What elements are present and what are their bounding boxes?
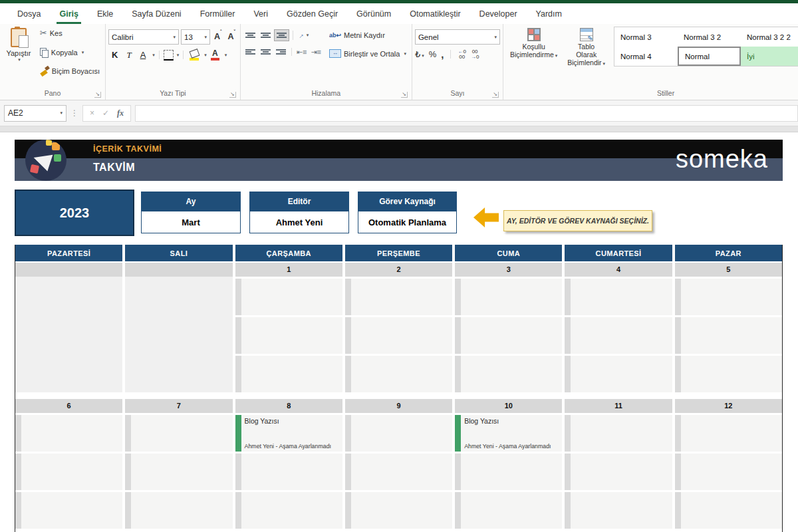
day-cell-10[interactable]: 10 Blog Yazısı Ahmet Yeni - Aşama Ayarla… [455,399,562,529]
day-cell-2[interactable]: 2 [345,263,452,392]
increase-indent-icon[interactable]: ⇥≡ [309,48,323,57]
task-slot[interactable] [235,492,342,529]
editor-value[interactable]: Ahmet Yeni [250,211,348,233]
task-item[interactable]: Blog Yazısı Ahmet Yeni - Aşama Ayarlanma… [235,415,342,452]
copy-button[interactable]: Kopyala ▾ [37,47,102,59]
task-slot[interactable] [455,492,562,529]
percent-format-button[interactable]: % [429,49,437,59]
year-box[interactable]: 2023 [15,190,134,236]
month-value[interactable]: Mart [142,211,240,233]
align-middle-icon[interactable] [259,30,273,41]
task-slot[interactable] [345,356,452,392]
align-right-icon[interactable] [274,47,288,57]
task-source-value[interactable]: Otomatik Planlama [358,211,456,233]
task-slot[interactable] [455,279,562,315]
task-slot[interactable] [235,317,342,354]
task-slot[interactable] [565,454,672,490]
comma-format-button[interactable]: , [441,49,444,60]
task-slot[interactable] [675,492,782,529]
tab-giris[interactable]: Giriş [50,5,88,24]
task-slot[interactable] [125,492,232,529]
task-slot[interactable] [675,317,782,354]
number-format-select[interactable]: Genel▾ [415,29,500,45]
task-item[interactable]: Blog Yazısı Ahmet Yeni - Aşama Ayarlanma… [455,415,562,452]
task-slot[interactable] [125,415,232,452]
fill-color-button[interactable] [188,49,201,61]
tab-gozden-gecir[interactable]: Gözden Geçir [277,5,347,24]
task-slot[interactable] [565,356,672,392]
task-slot[interactable] [125,454,232,490]
task-slot[interactable] [455,317,562,354]
day-cell-7[interactable]: 7 [125,399,232,529]
decrease-font-icon[interactable]: Aˇ [225,32,237,41]
dialog-launcher-icon[interactable]: ↘ [94,92,101,98]
borders-icon[interactable] [164,50,174,61]
task-slot[interactable] [455,454,562,490]
day-cell-12[interactable]: 12 [675,399,782,529]
style-normal[interactable]: Normal [678,47,741,66]
cancel-formula-icon[interactable]: × [90,108,94,118]
task-slot[interactable] [675,356,782,392]
conditional-formatting-button[interactable]: Koşullu Biçimlendirme▾ [506,27,561,61]
underline-button[interactable]: A [137,50,150,60]
tab-ekle[interactable]: Ekle [88,5,122,24]
day-cell-out[interactable] [15,263,122,392]
task-slot[interactable] [345,492,452,529]
task-slot[interactable] [345,317,452,354]
align-left-icon[interactable] [243,47,257,57]
bold-button[interactable]: K [108,50,121,60]
task-slot[interactable] [15,454,122,490]
task-slot[interactable] [565,279,672,315]
formula-input[interactable] [135,105,798,122]
task-slot[interactable] [15,415,122,452]
day-cell-5[interactable]: 5 [675,263,782,392]
day-cell-1[interactable]: 1 [235,263,342,392]
dialog-launcher-icon[interactable]: ↘ [492,92,499,98]
task-slot[interactable] [455,356,562,392]
orientation-icon[interactable]: → [295,30,305,41]
day-cell-3[interactable]: 3 [455,263,562,392]
tab-formuller[interactable]: Formüller [191,5,245,24]
day-cell-8[interactable]: 8 Blog Yazısı Ahmet Yeni - Aşama Ayarlan… [235,399,342,529]
style-normal-3-2-2[interactable]: Normal 3 2 2 [741,27,798,47]
task-slot[interactable] [345,454,452,490]
style-normal-3[interactable]: Normal 3 [614,27,678,47]
tab-gorunum[interactable]: Görünüm [347,5,400,24]
day-cell-9[interactable]: 9 [345,399,452,529]
font-color-button[interactable]: A [209,50,221,61]
task-slot[interactable] [565,317,672,354]
task-slot[interactable] [235,454,342,490]
font-size-select[interactable]: 13▾ [181,29,210,45]
font-name-select[interactable]: Calibri▾ [108,29,179,45]
day-cell-out[interactable] [125,263,232,392]
task-slot[interactable] [675,454,782,490]
tab-dosya[interactable]: Dosya [8,5,50,24]
style-iyi[interactable]: İyi [741,47,798,66]
spreadsheet-area[interactable]: İÇERİK TAKVİMİ TAKVİM someka 2023 Ay Mar… [0,133,798,532]
task-slot[interactable] [675,415,782,452]
task-slot[interactable] [565,415,672,452]
increase-font-icon[interactable]: Aˆ [212,32,223,41]
tab-sayfa-duzeni[interactable]: Sayfa Düzeni [122,5,190,24]
insert-function-icon[interactable]: fx [117,108,124,118]
wrap-text-button[interactable]: ab↩ Metni Kaydır [327,29,409,41]
dialog-launcher-icon[interactable]: ↘ [229,92,236,98]
style-normal-3-2[interactable]: Normal 3 2 [678,27,741,47]
decrease-indent-icon[interactable]: ⇤≡ [295,48,309,57]
task-slot[interactable] [345,279,452,315]
italic-button[interactable]: T [123,50,134,61]
increase-decimal-button[interactable]: ←000 [458,49,466,60]
align-top-icon[interactable] [243,30,257,41]
task-slot[interactable] [235,279,342,315]
task-slot[interactable] [345,415,452,452]
day-cell-11[interactable]: 11 [565,399,672,529]
align-center-icon[interactable] [259,47,273,57]
task-slot[interactable] [675,279,782,315]
decrease-decimal-button[interactable]: 00→0 [471,49,479,60]
format-as-table-button[interactable]: Tablo Olarak Biçimlendir▾ [563,27,610,69]
paste-button[interactable]: Yapıştır ▾ [3,28,35,63]
tab-developer[interactable]: Developer [470,5,527,24]
dialog-launcher-icon[interactable]: ↘ [401,92,408,98]
format-painter-button[interactable]: Biçim Boyacısı [37,65,102,77]
align-bottom-icon[interactable] [274,29,289,41]
